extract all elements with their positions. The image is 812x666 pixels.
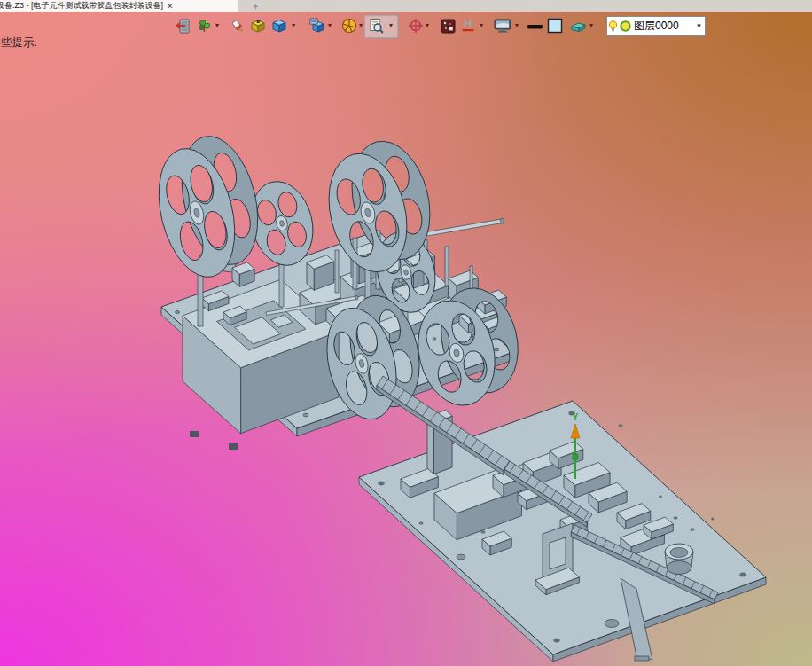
blue-cube-icon[interactable] <box>270 17 288 35</box>
layer-state-icon <box>619 20 632 33</box>
monitor-dropdown-caret[interactable]: ▾ <box>513 22 520 29</box>
floating-toolbar: ▾ ▾ ▾ ▾ ▾ ▾ H ▾ ▾ ▾ <box>0 15 812 38</box>
layer-dropdown-caret[interactable]: ▼ <box>693 22 705 30</box>
eraser-icon[interactable] <box>568 17 586 35</box>
brush-icon[interactable] <box>229 17 246 35</box>
round-cup[interactable] <box>665 544 693 575</box>
lower-machine[interactable] <box>359 401 766 662</box>
eraser-dropdown-caret[interactable]: ▾ <box>588 22 595 29</box>
new-tab-button[interactable]: ＋ <box>238 0 272 12</box>
lightbulb-icon <box>607 20 619 34</box>
document-tab-bar: 设备.Z3 - [电子元件测试载带胶盘包装封装设备] ✕ ＋ <box>0 0 812 12</box>
orange-wheel-dropdown-caret[interactable]: ▾ <box>357 22 364 29</box>
swatch-icon[interactable] <box>546 17 564 35</box>
layer-selector[interactable]: 图层0000 ▼ <box>606 16 706 36</box>
letter-h-icon[interactable]: H <box>459 17 477 35</box>
plant-icon[interactable] <box>195 17 213 35</box>
red-target-icon[interactable] <box>407 17 425 35</box>
red-target-dropdown-caret[interactable]: ▾ <box>424 22 431 29</box>
active-document-tab[interactable]: 设备.Z3 - [电子元件测试载带胶盘包装封装设备] ✕ <box>0 0 238 12</box>
magnifier-doc-dropdown-caret[interactable]: ▾ <box>387 22 394 29</box>
dark-pattern-icon[interactable] <box>439 17 457 35</box>
yellow-box-icon[interactable] <box>249 17 267 35</box>
cube-window-dropdown-caret[interactable]: ▾ <box>326 22 333 29</box>
exit-icon[interactable] <box>173 17 191 35</box>
plant-dropdown-caret[interactable]: ▾ <box>214 22 221 29</box>
cube-window-icon[interactable] <box>308 17 326 35</box>
letter-h-dropdown-caret[interactable]: ▾ <box>478 22 485 29</box>
tab-close-icon[interactable]: ✕ <box>167 2 174 11</box>
magnifier-doc-icon[interactable] <box>367 17 385 35</box>
blue-cube-dropdown-caret[interactable]: ▾ <box>290 22 297 29</box>
svg-text:H: H <box>464 17 472 30</box>
orange-wheel-icon[interactable] <box>340 17 358 35</box>
tab-title: 设备.Z3 - [电子元件测试载带胶盘包装封装设备] <box>0 0 163 12</box>
viewport-3d-model[interactable]: Y <box>0 0 812 666</box>
layer-name: 图层0000 <box>634 19 693 34</box>
axis-y-label: Y <box>573 412 579 422</box>
monitor-icon[interactable] <box>493 17 511 35</box>
thick-line-icon[interactable] <box>526 17 543 35</box>
